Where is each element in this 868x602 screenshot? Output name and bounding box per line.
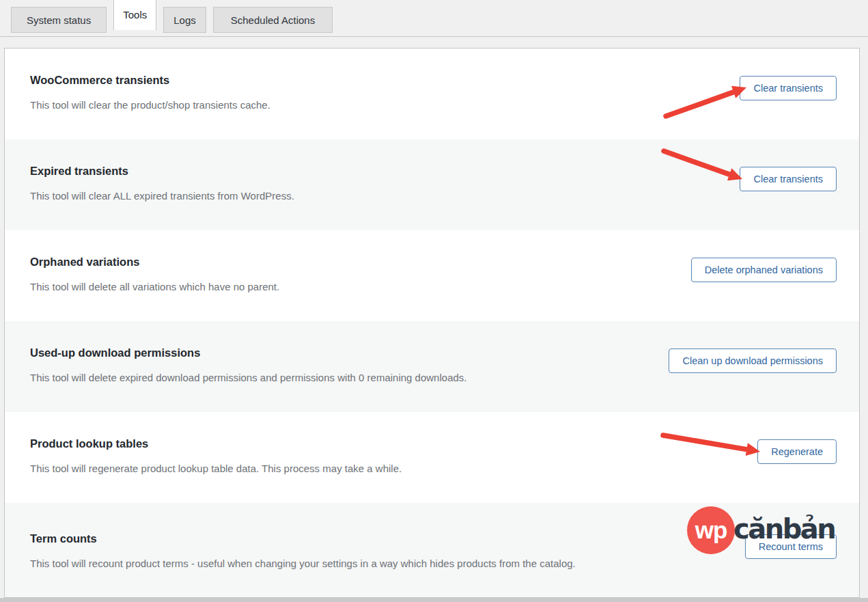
delete-orphaned-variations-button[interactable]: Delete orphaned variations xyxy=(691,258,837,282)
tool-title: WooCommerce transients xyxy=(30,73,270,87)
tool-description: This tool will delete expired download p… xyxy=(30,369,467,386)
status-tab-bar: System status Tools Logs Scheduled Actio… xyxy=(0,0,868,37)
tool-title: Orphaned variations xyxy=(30,255,279,269)
tool-info: Expired transients This tool will clear … xyxy=(30,164,294,204)
wp-logo-circle: wp xyxy=(687,506,735,554)
tab-tools[interactable]: Tools xyxy=(113,0,156,30)
tool-info: Used-up download permissions This tool w… xyxy=(30,346,467,386)
tool-description: This tool will clear the product/shop tr… xyxy=(30,96,270,113)
tool-title: Term counts xyxy=(30,532,576,546)
window-bottom-edge xyxy=(0,598,868,602)
tool-info: Term counts This tool will recount produ… xyxy=(30,532,576,572)
wpcanban-watermark-logo: wp cănbản xyxy=(687,506,835,554)
tab-scheduled-actions[interactable]: Scheduled Actions xyxy=(213,7,333,33)
tool-row-woocommerce-transients: WooCommerce transients This tool will cl… xyxy=(5,49,859,139)
tool-row-expired-transients: Expired transients This tool will clear … xyxy=(5,139,859,230)
tool-description: This tool will recount product terms - u… xyxy=(30,555,576,572)
wpcanban-brand-text: cănbản xyxy=(733,514,835,544)
tab-logs[interactable]: Logs xyxy=(163,7,206,33)
tab-system-status[interactable]: System status xyxy=(11,7,107,33)
tool-title: Used-up download permissions xyxy=(30,346,467,360)
clear-expired-transients-button[interactable]: Clear transients xyxy=(740,167,837,191)
tool-info: Orphaned variations This tool will delet… xyxy=(30,255,279,295)
clear-transients-button[interactable]: Clear transients xyxy=(740,76,837,100)
tool-title: Product lookup tables xyxy=(30,437,402,451)
tool-row-download-permissions: Used-up download permissions This tool w… xyxy=(5,321,859,412)
tool-description: This tool will regenerate product lookup… xyxy=(30,460,402,477)
tool-description: This tool will clear ALL expired transie… xyxy=(30,187,294,204)
tool-description: This tool will delete all variations whi… xyxy=(30,278,279,295)
woocommerce-status-tools-page: System status Tools Logs Scheduled Actio… xyxy=(0,0,868,602)
tool-row-product-lookup-tables: Product lookup tables This tool will reg… xyxy=(5,412,859,503)
clean-up-download-permissions-button[interactable]: Clean up download permissions xyxy=(669,348,837,373)
tool-info: Product lookup tables This tool will reg… xyxy=(30,437,402,477)
regenerate-button[interactable]: Regenerate xyxy=(757,439,837,464)
tool-row-orphaned-variations: Orphaned variations This tool will delet… xyxy=(5,230,859,321)
tool-info: WooCommerce transients This tool will cl… xyxy=(30,73,270,113)
tool-title: Expired transients xyxy=(30,164,294,178)
